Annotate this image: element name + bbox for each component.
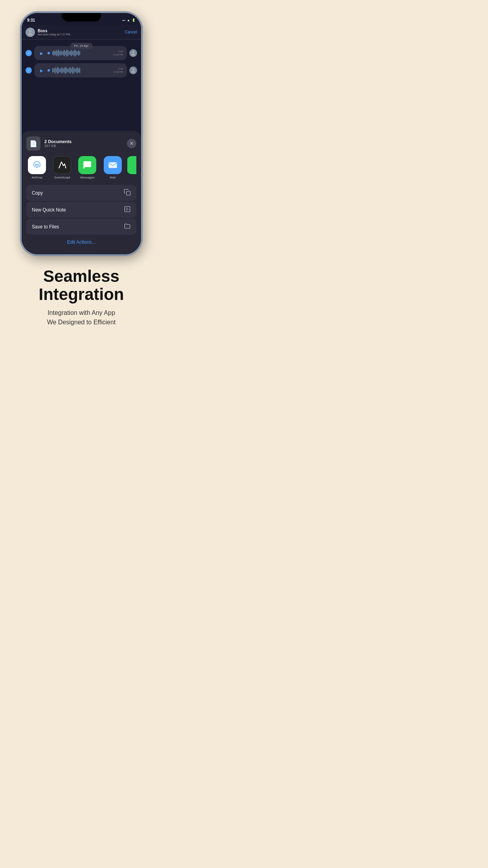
- voice-message-2[interactable]: ▶: [34, 63, 127, 77]
- msg-avatar-1: [129, 49, 137, 57]
- waveform-dot-1: [48, 52, 50, 54]
- sonix-icon: [53, 156, 71, 174]
- msg-time-1: 11:16 PM: [113, 53, 123, 56]
- apps-row: AirDrop SonixScript: [26, 156, 136, 179]
- svg-point-2: [132, 51, 134, 53]
- messages-label: Messages: [80, 176, 94, 179]
- bottom-text: Seamless Integration Integration with An…: [27, 267, 136, 327]
- chat-header-info: Boss last seen today at 7:17 PM: [38, 29, 125, 36]
- check-circle-1: [26, 50, 32, 56]
- more-icon: [127, 156, 136, 174]
- avatar: [26, 28, 35, 37]
- check-circle-2: [26, 67, 32, 74]
- waveform-2: [52, 66, 110, 74]
- play-button-2[interactable]: ▶: [38, 67, 45, 74]
- msg-duration-2: 0:18: [118, 68, 123, 70]
- save-files-icon: [124, 223, 131, 231]
- copy-icon: [124, 189, 131, 197]
- msg-avatar-2: [129, 66, 137, 74]
- close-button[interactable]: ✕: [127, 139, 136, 148]
- play-button-1[interactable]: ▶: [38, 50, 45, 57]
- message-row-2: ▶: [26, 63, 137, 77]
- svg-point-3: [131, 53, 135, 55]
- app-item-more[interactable]: [127, 156, 136, 179]
- share-doc-size: 357 KB: [44, 144, 123, 148]
- app-item-airdrop[interactable]: AirDrop: [26, 156, 48, 179]
- cancel-button[interactable]: Cancel: [125, 30, 137, 34]
- app-item-sonix[interactable]: SonixScript: [51, 156, 73, 179]
- svg-point-6: [36, 164, 38, 166]
- dots-icon: •••: [122, 18, 125, 22]
- save-files-action[interactable]: Save to Files: [26, 219, 136, 235]
- mail-icon: [104, 156, 122, 174]
- quick-note-action[interactable]: New Quick Note: [26, 202, 136, 218]
- sub-heading: Integration with Any App We Designed to …: [39, 308, 124, 327]
- msg-meta-1: 0:10 11:16 PM: [113, 50, 123, 56]
- main-heading-line2: Integration: [39, 285, 124, 303]
- svg-rect-7: [108, 162, 117, 168]
- share-doc-info: 2 Documents 357 KB: [44, 139, 123, 148]
- copy-label: Copy: [32, 190, 43, 196]
- main-heading: Seamless Integration: [39, 267, 124, 303]
- waveform-dot-2: [48, 69, 50, 72]
- phone-frame: 9:31 ••• ▲ 🔋 Boss last seen today at 7:1…: [20, 12, 142, 256]
- contact-name: Boss: [38, 29, 125, 33]
- share-sheet: 📄 2 Documents 357 KB ✕: [22, 131, 141, 254]
- svg-point-0: [29, 29, 32, 32]
- share-doc-title: 2 Documents: [44, 139, 123, 144]
- sub-heading-line1: Integration with Any App: [48, 309, 115, 316]
- quick-note-label: New Quick Note: [32, 207, 66, 213]
- waveform-1: [52, 49, 110, 57]
- sub-heading-line2: We Designed to Efficient: [47, 319, 116, 326]
- copy-action[interactable]: Copy: [26, 185, 136, 201]
- msg-time-2: 11:19 PM: [113, 71, 123, 73]
- share-header: 📄 2 Documents 357 KB ✕: [26, 136, 136, 151]
- quick-note-icon: [124, 206, 131, 214]
- messages-icon: [78, 156, 96, 174]
- airdrop-icon: [28, 156, 46, 174]
- date-badge: Fri, 19 Apr: [70, 43, 93, 49]
- document-icon: 📄: [26, 136, 40, 151]
- app-item-messages[interactable]: Messages: [77, 156, 98, 179]
- notch: [62, 13, 101, 22]
- battery-icon: 🔋: [132, 18, 136, 22]
- svg-point-4: [132, 68, 134, 70]
- mail-label: Mail: [110, 176, 116, 179]
- chat-area: 9:31 ••• ▲ 🔋 Boss last seen today at 7:1…: [22, 13, 141, 254]
- wifi-icon: ▲: [127, 18, 130, 22]
- svg-point-1: [28, 33, 33, 35]
- svg-rect-8: [127, 191, 130, 195]
- airdrop-label: AirDrop: [32, 176, 42, 179]
- edit-actions[interactable]: Edit Actions...: [26, 235, 136, 246]
- sonix-label: SonixScript: [54, 176, 70, 179]
- contact-status: last seen today at 7:17 PM: [38, 33, 125, 36]
- save-files-label: Save to Files: [32, 224, 59, 230]
- msg-meta-2: 0:18 11:19 PM: [113, 68, 123, 73]
- main-heading-line1: Seamless: [43, 267, 119, 285]
- msg-duration-1: 0:10: [118, 50, 123, 53]
- app-item-mail[interactable]: Mail: [102, 156, 123, 179]
- status-icons: ••• ▲ 🔋: [122, 18, 136, 22]
- svg-point-5: [131, 71, 135, 73]
- chat-header: Boss last seen today at 7:17 PM Cancel: [22, 25, 141, 40]
- status-time: 9:31: [27, 18, 35, 22]
